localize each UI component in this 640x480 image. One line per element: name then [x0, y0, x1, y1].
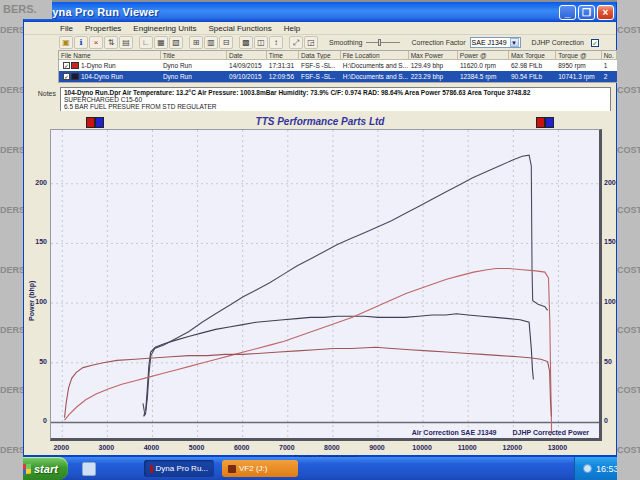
table-row[interactable]: ✓104-Dyno RunDyno Run09/10/201512:09:56F…	[59, 71, 617, 82]
menu-file[interactable]: File	[60, 24, 73, 33]
column-header-max-torque[interactable]: Max Torque	[509, 51, 556, 59]
cell: 10741.3 rpm	[556, 71, 601, 82]
taskbar-button-dyna-pro[interactable]: Dyna Pro Ru...	[144, 460, 214, 477]
cell: Dyno Run	[161, 71, 227, 82]
cell: H:\Documents and S...	[341, 60, 409, 71]
cell: FSF-S -SL..	[299, 60, 341, 71]
column-header-power-[interactable]: Power @	[458, 51, 509, 59]
column-header-title[interactable]: Title	[161, 51, 227, 59]
table-row[interactable]: ✓1-Dyno RunDyno Run14/09/201517:31:31FSF…	[59, 60, 617, 71]
x-tick-label: 6000	[227, 444, 257, 451]
column-header-date[interactable]: Date	[227, 51, 267, 59]
left-y-tick-label: 0	[27, 417, 47, 424]
run-enabled-checkbox[interactable]: ✓	[63, 73, 70, 80]
menu-help[interactable]: Help	[284, 24, 300, 33]
close-run-icon[interactable]: ×	[89, 36, 103, 49]
vf2-task-icon	[228, 465, 236, 473]
column-header-file-location[interactable]: File Location	[341, 51, 409, 59]
shift-runs-icon[interactable]: ⤢	[289, 36, 303, 49]
cell: 62.98 FtLb	[509, 60, 556, 71]
smoothing-slider[interactable]	[366, 39, 400, 46]
watermark-text: COST	[617, 325, 640, 335]
x-tick-label: 5000	[182, 444, 212, 451]
taskbar-clock: 16:53	[596, 464, 619, 474]
correction-factor-select[interactable]: SAE J1349 ▼	[470, 37, 521, 48]
column-header-torque-[interactable]: Torque @	[556, 51, 601, 59]
cell: 129.49 bhp	[409, 60, 458, 71]
cell: 2	[602, 71, 617, 82]
close-button[interactable]: ×	[597, 5, 614, 20]
correction-factor-value: SAE J1349	[472, 39, 507, 46]
cell: 223.29 bhp	[409, 71, 458, 82]
correction-factor-label: Correction Factor	[411, 39, 465, 46]
graph-torque-icon[interactable]: ▧	[169, 36, 183, 49]
info-icon[interactable]: ℹ	[74, 36, 88, 49]
cell: 11620.0 rpm	[458, 60, 509, 71]
column-header-time[interactable]: Time	[267, 51, 299, 59]
x-tick-label: 8000	[317, 444, 347, 451]
menu-special-functions[interactable]: Special Functions	[209, 24, 272, 33]
x-tick-label: 13000	[542, 444, 572, 451]
sort-runs-icon[interactable]: ⇅	[104, 36, 118, 49]
dyno-curves-svg	[51, 130, 599, 438]
notes-label: Notes	[32, 90, 56, 97]
column-header-max-power[interactable]: Max Power	[409, 51, 458, 59]
print-icon[interactable]: ▤	[119, 36, 133, 49]
chevron-down-icon[interactable]: ▼	[510, 38, 519, 47]
watermark-text: DERS.	[0, 145, 23, 155]
data-grid-icon[interactable]: ▩	[239, 36, 253, 49]
column-header-file-name[interactable]: File Name	[59, 51, 161, 59]
legend-swatches-left	[86, 117, 104, 128]
watermark-text: DERS.	[0, 265, 23, 275]
view-a-icon[interactable]: ◫	[254, 36, 268, 49]
watermark-text: DERS.	[0, 25, 23, 35]
watermark-text: DERS.	[0, 85, 23, 95]
watermark-text: COST	[617, 145, 640, 155]
air-correction-text: Air Correction SAE J1349	[412, 429, 497, 436]
dyno-chart-panel: TTS Performance Parts Ltd Air Correction…	[24, 111, 616, 455]
zoom-fit-icon[interactable]: ◲	[304, 36, 318, 49]
menu-properties[interactable]: Properties	[85, 24, 121, 33]
view-b-icon[interactable]: ↕	[269, 36, 283, 49]
cell: H:\Documents and S...	[341, 71, 409, 82]
cell: FSF-S -SL..	[299, 71, 341, 82]
x-tick-label: 9000	[362, 444, 392, 451]
graph-power-icon[interactable]: ▦	[154, 36, 168, 49]
cell: 17:31:31	[267, 60, 299, 71]
graph-setup-icon[interactable]: ∟	[139, 36, 153, 49]
overlay-b-icon[interactable]: ▥	[204, 36, 218, 49]
watermark-text: DERS.	[0, 385, 23, 395]
run-enabled-checkbox[interactable]: ✓	[63, 62, 70, 69]
watermark-text: COST	[617, 445, 640, 455]
legend-swatches-right	[536, 117, 554, 128]
watermark-left-strip: DERS.DERS.DERS.DERS.DERS.DERS.DERS.DERS.	[0, 0, 23, 480]
menu-engineering-units[interactable]: Engineering Units	[133, 24, 196, 33]
minimize-button[interactable]: _	[559, 5, 576, 20]
start-button[interactable]: start	[16, 457, 68, 480]
open-file-icon[interactable]: ▣	[59, 36, 73, 49]
run-104-power-bhp--curve	[143, 155, 548, 416]
djhp-correction-checkbox[interactable]: ✓	[591, 39, 599, 47]
cell: 12384.5 rpm	[458, 71, 509, 82]
title-bar[interactable]: Dyna Pro Run Viewer _ ❐ ×	[24, 2, 616, 22]
quick-launch-icon[interactable]	[82, 462, 96, 476]
column-header-no-[interactable]: No.	[602, 51, 617, 59]
overlay-a-icon[interactable]: ⊞	[189, 36, 203, 49]
plot-area[interactable]: Air Correction SAE J1349 DJHP Corrected …	[50, 129, 602, 441]
watermark-text: COST	[617, 385, 640, 395]
run-file-name: 1-Dyno Run	[81, 60, 116, 71]
overlay-c-icon[interactable]: ⊟	[219, 36, 233, 49]
restore-button[interactable]: ❐	[578, 5, 595, 20]
watermark-right-strip: COSTCOSTCOSTCOSTCOSTCOSTCOSTCOST	[617, 0, 640, 480]
notes-text-box[interactable]: 104-Dyno Run.Dpr Air Temperature: 13.2°C…	[60, 87, 611, 113]
cell: 90.54 FtLb	[509, 71, 556, 82]
column-header-data-type[interactable]: Data Type	[299, 51, 341, 59]
smoothing-label: Smoothing	[329, 39, 362, 46]
taskbar-button-vf2-drive[interactable]: VF2 (J:)	[222, 460, 298, 477]
x-tick-label: 11000	[452, 444, 482, 451]
left-y-tick-label: 200	[27, 179, 47, 186]
tray-status-icon[interactable]	[583, 464, 592, 473]
toolbar-icons: ▣ℹ×⇅▤∟▦▧⊞▥⊟▩◫↕⤢◲	[59, 36, 318, 49]
left-y-tick-label: 50	[27, 358, 47, 365]
watermark-text: COST	[617, 85, 640, 95]
